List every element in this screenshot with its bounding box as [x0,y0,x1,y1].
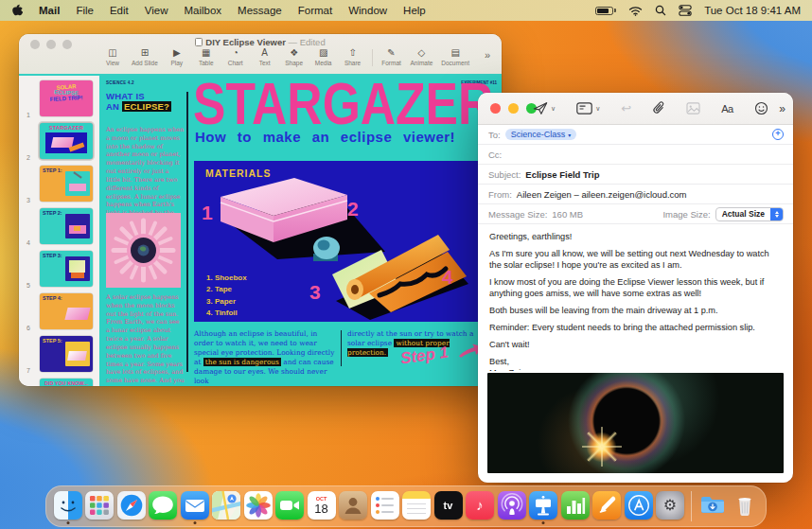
slide-thumbnail-8[interactable]: 8 DID YOU KNOW... [26,379,99,386]
dock-mail[interactable] [180,489,209,524]
materials-panel[interactable]: MATERIALS [194,161,478,322]
close-button[interactable] [490,103,501,114]
toolbar-shape-button[interactable]: ❖Shape [284,47,305,72]
toolbar-overflow-button[interactable]: » [485,49,490,61]
slide-divider-line [186,92,188,372]
slide-thumbnail-7[interactable]: 7 STEP 5: [26,336,99,374]
dock-reminders[interactable] [370,489,399,524]
menu-file[interactable]: File [76,5,94,16]
attach-button[interactable] [652,101,665,115]
paperclip-icon [652,101,665,115]
menu-help[interactable]: Help [403,5,426,16]
mail-toolbar[interactable]: ∨ ∨ ↩ Aa [478,93,793,125]
toolbar-add-slide-button[interactable]: ⊞Add Slide [132,47,158,72]
dock-photos[interactable] [243,489,273,524]
image-size-select[interactable]: Actual Size [715,207,784,221]
subject-field[interactable]: Subject: Eclipse Field Trip [478,165,793,185]
toolbar-share-button[interactable]: ⇧Share [343,47,363,72]
toolbar-animate-button[interactable]: ◇Animate [410,47,432,72]
subject-value[interactable]: Eclipse Field Trip [525,169,599,180]
dock-contacts[interactable] [339,489,368,524]
add-recipient-button[interactable]: + [772,129,784,140]
dock-trash[interactable] [730,489,759,524]
message-body[interactable]: Greetings, earthlings! As I'm sure you a… [478,224,793,371]
dock-pages[interactable] [592,489,622,524]
emoji-button[interactable] [754,101,768,115]
menu-window[interactable]: Window [348,5,387,16]
minimize-button[interactable] [508,103,519,114]
numbers-icon [561,491,590,520]
menu-edit[interactable]: Edit [110,5,129,16]
dock-finder[interactable] [53,489,82,524]
keynote-titlebar[interactable]: DIY Eclipse Viewer — Edited ◫View ⊞Add S… [19,34,502,76]
dock-maps[interactable] [212,489,241,524]
slide-thumbnail-1[interactable]: 1 SOLAR ECLIPSE FIELD TRIP! [26,80,99,118]
slide-thumbnail-2-selected[interactable]: 2 STARGAZER [26,123,99,161]
toolbar-table-button[interactable]: ▦Table [196,47,217,72]
toolbar-document-button[interactable]: ▤Document [441,47,469,72]
thumbnail-art-8: DID YOU KNOW... [40,379,93,386]
toolbar-chart-button[interactable]: ◔Chart [225,47,246,72]
dock-tv[interactable]: tv [433,489,463,524]
dock-launchpad[interactable] [85,489,115,524]
slide-subtitle[interactable]: How to make an eclipse viewer! [195,129,455,145]
dock-numbers[interactable] [560,489,590,524]
slide-thumbnail-3[interactable]: 3 STEP 1: [26,166,99,203]
search-icon[interactable] [655,5,666,16]
toolbar-format-button[interactable]: ✎Format [381,47,402,72]
to-field[interactable]: To: Science-Class▾ + [478,125,793,145]
reply-indicator-icon: ↩ [621,101,631,115]
format-button[interactable]: Aa [721,103,733,115]
dock-facetime[interactable] [275,489,305,524]
view-icon: ◫ [108,47,116,59]
eclipse-photo-attachment[interactable] [487,373,784,473]
apple-menu[interactable] [11,4,23,17]
menu-format[interactable]: Format [298,5,332,16]
slide-thumbnail-4[interactable]: 4 STEP 2: [26,208,99,246]
control-center-icon[interactable] [679,5,692,16]
dock-keynote[interactable] [529,489,558,524]
send-button[interactable] [533,101,548,115]
send-options-chevron[interactable]: ∨ [551,105,556,113]
dock-downloads[interactable] [698,489,728,524]
slide-sun-illustration[interactable] [106,213,181,288]
toolbar-view-button[interactable]: ◫View [102,47,123,72]
dock-calendar[interactable]: OCT 18 [307,489,336,524]
cc-field[interactable]: Cc: [478,145,793,165]
slide-course-label[interactable]: SCIENCE 4.2 [106,80,134,85]
slide-thumbnail-5[interactable]: 5 STEP 3: [26,251,99,289]
battery-icon[interactable] [595,7,616,15]
from-value[interactable]: Aileen Zeigen – aileen.zeigen@icloud.com [517,189,687,200]
dock-messages[interactable] [149,489,178,524]
menu-message[interactable]: Message [238,5,282,16]
menu-view[interactable]: View [145,5,168,16]
menu-clock[interactable]: Tue Oct 18 9:41 AM [704,5,801,16]
toolbar-play-button[interactable]: ▶Play [167,47,187,72]
dock-system-settings[interactable]: ⚙ [656,489,685,524]
dock-app-store[interactable] [624,489,653,524]
slide-body-column-1[interactable]: Although an eclipse is beautiful, in ord… [194,329,338,386]
contacts-icon [339,491,367,520]
slide-canvas[interactable]: SCIENCE 4.2 EXPERIMENT #11 WHAT IS AN EC… [99,76,502,386]
dock-podcasts[interactable] [497,489,526,524]
recipient-token[interactable]: Science-Class▾ [505,129,577,140]
toolbar-overflow-button[interactable]: » [779,102,786,115]
dock-notes[interactable] [402,489,432,524]
menu-app-name[interactable]: Mail [39,5,60,16]
from-field[interactable]: From: Aileen Zeigen – aileen.zeigen@iclo… [478,185,793,204]
column-divider [341,330,342,366]
toolbar-media-button[interactable]: ▨Media [313,47,334,72]
header-fields-button[interactable] [576,102,592,115]
insert-photo-button[interactable] [686,102,700,115]
slide-paragraph-2[interactable]: A solar eclipse happens when the moon bl… [106,293,185,386]
slide-thumbnail-6[interactable]: 6 STEP 4: [26,293,99,331]
header-fields-chevron[interactable]: ∨ [595,105,600,113]
menu-mailbox[interactable]: Mailbox [184,5,221,16]
slide-paragraph-1[interactable]: An eclipse happens when a moon or planet… [106,126,185,226]
toolbar-text-button[interactable]: AText [255,47,275,72]
dock-music[interactable]: ♪ [466,489,495,524]
menu-date: Tue Oct 18 [704,5,757,16]
dock-safari[interactable] [116,489,146,524]
slide-heading[interactable]: WHAT IS AN ECLIPSE? [106,91,171,112]
wifi-icon[interactable] [628,6,643,16]
